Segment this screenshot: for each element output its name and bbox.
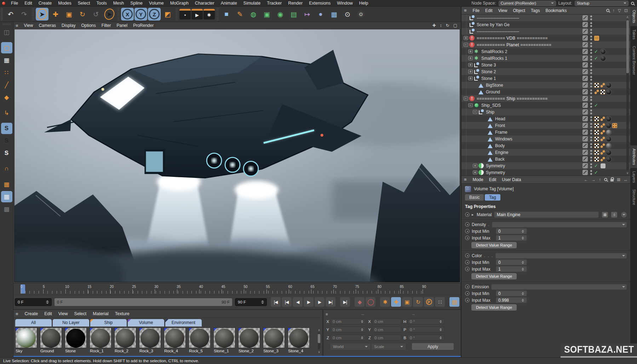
preview-range-slider[interactable]: 0 F 90 F <box>54 298 232 306</box>
spinner-chevrons-icon[interactable] <box>519 236 524 239</box>
material-name[interactable]: Sky <box>15 348 38 353</box>
material-stone-4[interactable]: Stone_4 <box>288 328 310 353</box>
visibility-dots-icon[interactable] <box>590 15 592 21</box>
rot-b-field[interactable]: 0 ° <box>408 335 444 341</box>
spinner-chevrons-icon[interactable] <box>359 336 363 339</box>
object-type-icon[interactable] <box>469 42 475 47</box>
layer-edit-icon[interactable] <box>583 89 588 94</box>
disclosure-icon[interactable]: ▸ <box>472 213 475 216</box>
visibility-dots-icon[interactable] <box>590 150 592 155</box>
note-tag-icon[interactable] <box>594 36 599 41</box>
detect-value-range-button[interactable]: Detect Value Range <box>471 304 517 311</box>
visibility-dots-icon[interactable] <box>590 129 592 135</box>
viewport-menu-item[interactable]: Cameras <box>36 23 59 28</box>
object-label[interactable]: Symmetry <box>486 163 505 168</box>
object-type-icon[interactable] <box>488 117 493 121</box>
check-tag-icon[interactable] <box>594 56 599 61</box>
material-thumbnail[interactable] <box>263 328 285 348</box>
pen-spline-menu[interactable]: ✎ <box>234 8 246 21</box>
layer-tab[interactable]: Environment <box>165 319 202 327</box>
lock-y-axis-toggle[interactable]: Y <box>134 8 147 21</box>
dock-tab-structure[interactable]: Structure <box>630 186 637 208</box>
dock-tab-layers[interactable]: Layers <box>630 168 637 186</box>
object-type-icon[interactable] <box>488 151 493 155</box>
viewport-menu-item[interactable]: Options <box>78 23 98 28</box>
emission-dropdown[interactable] <box>491 284 627 290</box>
tree-row-stone2[interactable]: + Stone 2 <box>461 68 630 75</box>
attribute-menu-item[interactable]: Edit <box>486 177 499 182</box>
path-icon[interactable]: ⊡ <box>624 8 628 13</box>
spinner-chevrons-icon[interactable] <box>437 328 442 331</box>
tree-row-ship[interactable]: − Ship <box>461 109 630 115</box>
material-thumbnail[interactable] <box>164 328 186 348</box>
scale-mode-select[interactable]: Scale <box>372 343 406 350</box>
visibility-dots-icon[interactable] <box>590 35 592 41</box>
spinner-chevrons-icon[interactable] <box>519 261 524 264</box>
color-dropdown[interactable] <box>495 253 627 259</box>
material-thumbnail[interactable] <box>15 328 37 348</box>
phong-tag-icon[interactable] <box>594 89 599 94</box>
visibility-dots-icon[interactable] <box>590 42 592 47</box>
layer-edit-icon[interactable] <box>583 163 588 168</box>
snap-toggle[interactable]: ∩ <box>1 163 12 174</box>
object-label[interactable]: =========== Planet ============ <box>477 42 551 47</box>
axis-mode-button[interactable]: ↳ <box>1 107 12 119</box>
apply-button[interactable]: Apply <box>412 343 454 350</box>
menu-item[interactable]: Simulate <box>240 1 264 6</box>
keyframe-radio[interactable] <box>465 298 470 302</box>
rot-h-field[interactable]: 0 ° <box>408 318 444 324</box>
viewport-menu-item[interactable]: Filter <box>99 23 114 28</box>
add-panel-icon[interactable]: ⊞ <box>617 177 620 182</box>
render-picture-viewer-button[interactable]: ▶ <box>191 9 203 19</box>
redo-button[interactable]: ↷ <box>18 8 30 21</box>
autokey-toggle[interactable]: ◯ <box>366 297 375 307</box>
scroll-thumb[interactable] <box>626 20 629 73</box>
scroll-track[interactable] <box>626 19 629 171</box>
object-label[interactable]: Scene by Yan Ge <box>477 22 510 27</box>
matD-tag-icon[interactable] <box>606 116 611 121</box>
object-type-icon[interactable] <box>478 109 484 115</box>
spinner-chevrons-icon[interactable] <box>359 320 363 323</box>
toolbar-drag-handle[interactable] <box>1 8 3 20</box>
material-sky[interactable]: Sky <box>15 328 38 353</box>
current-frame-spinner[interactable]: 0 F <box>15 298 52 306</box>
input-max-field[interactable]: 1 <box>496 266 527 272</box>
object-label[interactable]: Stone 2 <box>481 69 496 74</box>
material-name[interactable]: Rock_2 <box>114 348 137 353</box>
visibility-dots-icon[interactable] <box>590 89 592 94</box>
solo-single-button[interactable]: S <box>1 135 12 146</box>
tab-basic[interactable]: Basic <box>465 194 484 201</box>
object-type-icon[interactable] <box>474 62 479 68</box>
spinner-chevrons-icon[interactable] <box>519 267 524 271</box>
object-type-icon[interactable] <box>469 22 475 27</box>
material-name[interactable]: Stone_3 <box>263 348 286 353</box>
check-tag-icon[interactable] <box>594 103 599 108</box>
layer-edit-icon[interactable] <box>583 82 588 88</box>
layer-edit-icon[interactable] <box>583 150 588 155</box>
material-thumbnail[interactable] <box>114 328 136 348</box>
scroll-up-icon[interactable]: ∧ <box>626 15 629 19</box>
material-menu-item[interactable]: Edit <box>41 311 55 316</box>
texture-picker-button[interactable]: ▦ <box>602 212 608 218</box>
material-name[interactable]: Stone_1 <box>213 348 236 353</box>
viewport-menu-item[interactable]: Panel <box>114 23 130 28</box>
tree-row-bigstone[interactable]: BigStone <box>461 82 630 88</box>
object-label[interactable]: Body <box>495 143 505 148</box>
object-menu-item[interactable]: Tags <box>528 8 543 13</box>
viewport-pan-icon[interactable]: ✚ <box>432 23 436 28</box>
layer-edit-icon[interactable] <box>583 56 588 61</box>
visibility-dots-icon[interactable] <box>590 163 592 168</box>
record-position-toggle[interactable]: ✚ <box>391 297 401 307</box>
tree-row-stone1[interactable]: + Stone 1 <box>461 75 630 82</box>
detect-value-range-button[interactable]: Detect Value Range <box>471 242 517 248</box>
node-space-select[interactable]: Current (ProRender) <box>499 1 556 6</box>
tree-row-dashes[interactable]: ------------------------------ <box>461 28 630 35</box>
material-link-field[interactable]: Main Engine <box>494 212 599 218</box>
material-name[interactable]: Ground <box>40 348 63 353</box>
material-thumbnail[interactable] <box>288 328 310 348</box>
viewport-canvas[interactable] <box>14 29 460 282</box>
search-icon[interactable] <box>631 2 634 5</box>
hamburger-icon[interactable]: ≡ <box>464 8 467 13</box>
material-ground[interactable]: Ground <box>40 328 63 353</box>
visibility-dots-icon[interactable] <box>590 143 592 148</box>
